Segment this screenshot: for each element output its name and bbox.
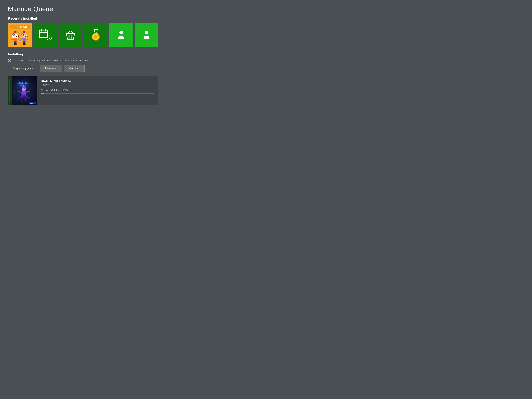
- tile-cuphead[interactable]: CUPHEAD 🎮 CUPHEAD: [8, 23, 32, 47]
- download-thumbnail: XBOX 360: [8, 76, 37, 105]
- svg-point-66: [24, 89, 25, 89]
- calendar-xbox-icon: [38, 29, 52, 42]
- tile-xbox-app[interactable]: [33, 23, 57, 47]
- svg-point-5: [14, 34, 15, 35]
- svg-rect-21: [23, 31, 25, 33]
- progress-bar-fill: [41, 93, 44, 94]
- svg-text:SEGA: SEGA: [30, 102, 34, 104]
- svg-rect-37: [69, 37, 70, 39]
- svg-rect-35: [69, 35, 70, 37]
- action-buttons: Suspend my game Resume all Cancel all: [8, 65, 158, 72]
- page-title: Manage Queue: [8, 5, 158, 13]
- svg-rect-36: [71, 35, 72, 37]
- svg-point-19: [25, 34, 25, 35]
- download-size: Network: 79.04 MB of 2.50 GB: [41, 89, 154, 92]
- svg-rect-9: [14, 38, 17, 42]
- person-icon-1: [115, 29, 127, 41]
- svg-point-13: [15, 43, 17, 45]
- svg-point-34: [49, 38, 50, 39]
- svg-point-55: [24, 78, 24, 79]
- svg-point-59: [33, 84, 34, 84]
- svg-rect-8: [14, 31, 16, 33]
- nights-thumbnail-art: XBOX 360: [8, 76, 37, 105]
- progress-bar-container: [41, 93, 154, 94]
- suspend-game-button[interactable]: Suspend my game: [8, 65, 38, 72]
- download-info: NiGHTS into dreams... Paused Network: 79…: [37, 76, 158, 97]
- download-item: XBOX 360: [8, 76, 158, 105]
- info-message: You've got a game running. Suspend it to…: [13, 59, 90, 62]
- recently-installed-section: Recently installed CUPHEAD 🎮 CUPHEAD: [8, 17, 158, 47]
- cancel-all-button[interactable]: Cancel all: [64, 65, 85, 72]
- cuphead-art: CUPHEAD: [8, 24, 31, 47]
- svg-point-26: [24, 43, 26, 45]
- installing-section: Installing i You've got a game running. …: [8, 52, 158, 105]
- store-icon: [64, 29, 77, 42]
- svg-text:CUPHEAD: CUPHEAD: [13, 25, 27, 29]
- svg-rect-22: [23, 38, 26, 42]
- svg-point-56: [30, 81, 31, 81]
- svg-text:into dreams...: into dreams...: [19, 84, 26, 86]
- person-icon-2: [140, 29, 152, 41]
- recently-installed-title: Recently installed: [8, 17, 158, 21]
- medal-icon: [89, 29, 102, 42]
- svg-point-46: [145, 31, 148, 34]
- resume-all-button[interactable]: Resume all: [40, 65, 62, 72]
- tile-achievements[interactable]: [84, 23, 108, 47]
- svg-marker-39: [94, 29, 97, 33]
- svg-point-18: [23, 34, 24, 35]
- svg-point-6: [16, 34, 16, 35]
- svg-rect-38: [71, 37, 72, 39]
- svg-point-45: [119, 31, 123, 34]
- svg-point-62: [33, 100, 33, 100]
- download-status: Paused: [41, 83, 154, 86]
- tile-avatar2[interactable]: [135, 23, 158, 47]
- info-icon: i: [8, 59, 11, 62]
- svg-point-57: [32, 89, 32, 89]
- svg-point-65: [23, 89, 23, 89]
- tile-avatar1[interactable]: [109, 23, 133, 47]
- svg-point-54: [16, 80, 16, 80]
- info-bar: i You've got a game running. Suspend it …: [8, 59, 158, 62]
- game-tiles-row: CUPHEAD 🎮 CUPHEAD: [8, 23, 158, 47]
- svg-point-60: [28, 96, 28, 96]
- svg-rect-29: [39, 30, 48, 38]
- svg-point-61: [17, 98, 17, 99]
- download-title: NiGHTS into dreams...: [41, 79, 154, 82]
- installing-title: Installing: [8, 52, 158, 56]
- tile-ms-store[interactable]: [59, 23, 82, 47]
- svg-text:NiGHTS: NiGHTS: [17, 81, 28, 84]
- svg-text:XBOX 360: XBOX 360: [14, 90, 15, 94]
